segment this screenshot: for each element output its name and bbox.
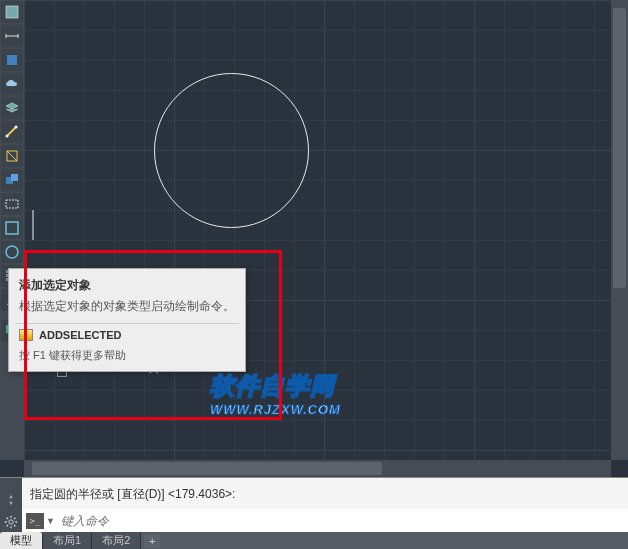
tooltip-command-row: ADDSELECTED: [9, 324, 245, 345]
tooltip-title: 添加选定对象: [9, 269, 245, 298]
tooltip-command-name: ADDSELECTED: [39, 329, 122, 341]
svg-rect-8: [6, 222, 18, 234]
tool-measure-area[interactable]: [1, 145, 23, 167]
tool-rect-select[interactable]: [1, 217, 23, 239]
svg-point-16: [9, 520, 13, 524]
vertical-scrollbar[interactable]: [611, 0, 628, 460]
tool-group[interactable]: [1, 169, 23, 191]
tab-add-button[interactable]: +: [144, 534, 160, 548]
command-dropdown-icon[interactable]: ▼: [46, 516, 55, 526]
vertical-scrollbar-thumb[interactable]: [613, 8, 626, 288]
tooltip-command-icon: [19, 329, 33, 341]
command-extra-icon[interactable]: [1, 490, 21, 510]
svg-point-3: [15, 126, 18, 129]
command-prompt-icon[interactable]: >_: [26, 513, 44, 529]
command-area: 指定圆的半径或 [直径(D)] <179.4036>: >_ ▼: [0, 477, 628, 532]
command-settings-icon[interactable]: [1, 512, 21, 532]
tool-cloud[interactable]: [1, 73, 23, 95]
drawing-canvas[interactable]: ✕: [24, 0, 628, 460]
tool-hatch[interactable]: [1, 1, 23, 23]
tab-model[interactable]: 模型: [0, 532, 43, 549]
tab-layout1[interactable]: 布局1: [43, 532, 92, 549]
tooltip-help-text: 按 F1 键获得更多帮助: [9, 345, 245, 371]
tool-measure-dist[interactable]: [1, 121, 23, 143]
tool-block[interactable]: [1, 49, 23, 71]
grid-major: [24, 0, 628, 460]
command-history-text: 指定圆的半径或 [直径(D)] <179.4036>:: [30, 487, 235, 501]
command-history: 指定圆的半径或 [直径(D)] <179.4036>:: [22, 478, 628, 510]
left-toolbar: A: [0, 0, 24, 460]
command-input-row[interactable]: >_ ▼: [22, 509, 628, 532]
svg-point-2: [6, 135, 9, 138]
svg-rect-0: [6, 6, 18, 18]
tool-layer[interactable]: [1, 97, 23, 119]
tooltip-description: 根据选定对象的对象类型启动绘制命令。: [9, 298, 245, 323]
svg-rect-6: [11, 174, 18, 181]
horizontal-scrollbar-thumb[interactable]: [32, 462, 382, 475]
svg-rect-1: [7, 55, 17, 65]
command-input[interactable]: [61, 514, 624, 528]
tool-dimension[interactable]: [1, 25, 23, 47]
command-gear-column: [0, 478, 22, 533]
svg-point-9: [6, 246, 18, 258]
layout-tabs-bar: 模型 布局1 布局2 +: [0, 532, 628, 549]
horizontal-scrollbar[interactable]: [24, 460, 611, 477]
y-axis-marker: [32, 210, 34, 240]
tab-layout2[interactable]: 布局2: [92, 532, 141, 549]
tool-circle-select[interactable]: [1, 241, 23, 263]
tooltip-popup: 添加选定对象 根据选定对象的对象类型启动绘制命令。 ADDSELECTED 按 …: [8, 268, 246, 372]
tool-rectangle[interactable]: [1, 193, 23, 215]
svg-rect-7: [6, 200, 18, 208]
drawing-circle-object[interactable]: [154, 73, 309, 228]
